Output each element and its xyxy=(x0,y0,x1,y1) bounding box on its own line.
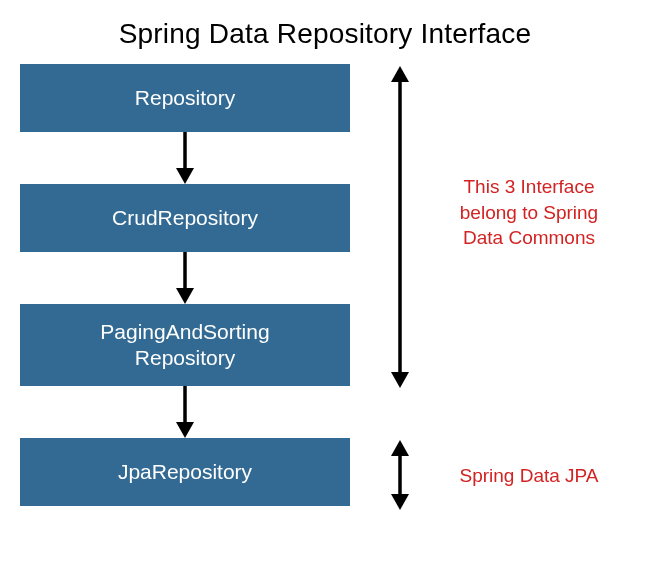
annotation-line: This 3 Interface xyxy=(444,174,614,200)
box-paging-and-sorting-repository: PagingAndSorting Repository xyxy=(20,304,350,386)
box-label: CrudRepository xyxy=(112,205,258,231)
box-label-line2: Repository xyxy=(135,345,235,371)
svg-marker-1 xyxy=(176,168,194,184)
arrow-down-icon xyxy=(20,252,350,304)
svg-marker-10 xyxy=(391,440,409,456)
double-arrow-vertical-icon xyxy=(388,66,412,388)
box-repository: Repository xyxy=(20,64,350,132)
annotation-line: Data Commons xyxy=(444,225,614,251)
diagram-title: Spring Data Repository Interface xyxy=(0,0,650,64)
arrow-down-icon xyxy=(20,386,350,438)
annotation-spring-data-commons: This 3 Interface belong to Spring Data C… xyxy=(444,174,614,251)
svg-marker-11 xyxy=(391,494,409,510)
box-label: JpaRepository xyxy=(118,459,252,485)
diagram-content: Repository CrudRepository PagingAndSorti… xyxy=(20,64,630,506)
box-label: Repository xyxy=(135,85,235,111)
svg-marker-5 xyxy=(176,422,194,438)
box-jpa-repository: JpaRepository xyxy=(20,438,350,506)
annotation-line: Spring Data JPA xyxy=(459,465,598,486)
double-arrow-vertical-icon xyxy=(388,440,412,510)
svg-marker-7 xyxy=(391,66,409,82)
arrow-down-icon xyxy=(20,132,350,184)
svg-marker-8 xyxy=(391,372,409,388)
box-crud-repository: CrudRepository xyxy=(20,184,350,252)
annotation-spring-data-jpa: Spring Data JPA xyxy=(444,463,614,489)
right-annotations: This 3 Interface belong to Spring Data C… xyxy=(388,66,628,508)
annotation-line: belong to Spring xyxy=(444,200,614,226)
box-label-line1: PagingAndSorting xyxy=(100,319,269,345)
svg-marker-3 xyxy=(176,288,194,304)
